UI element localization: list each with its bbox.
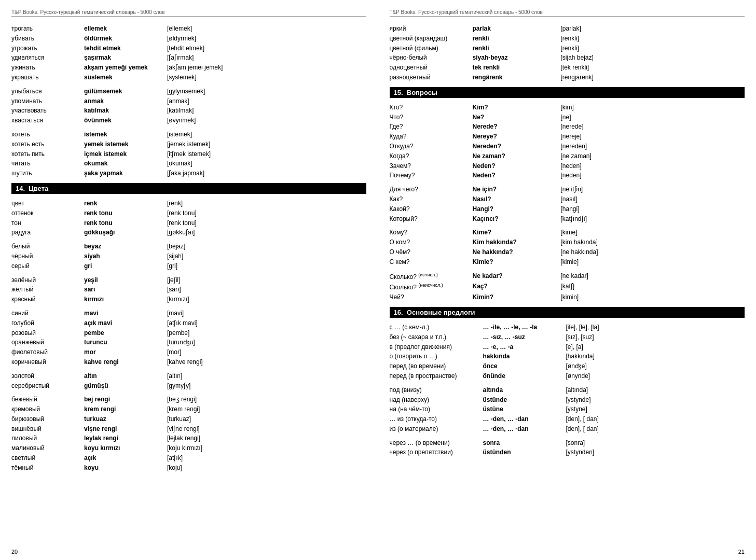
word-row: голубой açık mavi [atʃık mavi] bbox=[11, 319, 366, 328]
word-row: над (наверху) üstünde [ystynde] bbox=[390, 396, 745, 404]
word-row: хвастаться övünmek [øvynmek] bbox=[11, 116, 366, 125]
word-row: Что? Ne? [ne] bbox=[390, 113, 745, 122]
word-row: оранжевый turuncu [turunʤu] bbox=[11, 338, 366, 347]
word-row: Как? Nasıl? [nasıl] bbox=[390, 195, 745, 204]
word-row: лиловый leylak rengi [lejlak rengi] bbox=[11, 434, 366, 443]
word-row: через … (о времени) sonra [sonra] bbox=[390, 439, 745, 447]
word-row: тон renk tonu [renk tonu] bbox=[11, 219, 366, 228]
word-row: шутить şaka yapmak [ʃaka japmak] bbox=[11, 169, 366, 178]
word-row: Который? Kaçıncı? [katʃındʃı] bbox=[390, 215, 745, 223]
word-row: красный kırmızı [kırmızı] bbox=[11, 295, 366, 304]
word-row: … из (откуда-то) … -den, … -dan [den], [… bbox=[390, 415, 745, 424]
word-row: серый gri [gri] bbox=[11, 262, 366, 271]
word-row: цвет renk [renk] bbox=[11, 199, 366, 208]
colors-group-2: белый beyaz [bejaz] чёрный siyah [sijah]… bbox=[11, 242, 366, 270]
colors-right-top: яркий parlak [parlak] цветной (карандаш)… bbox=[390, 24, 745, 82]
word-row: ужинать akşam yemeği yemek [akʃam jemei … bbox=[11, 63, 366, 72]
word-row: трогать ellemek [ellemek] bbox=[11, 24, 366, 33]
word-row: Откуда? Nereden? [nereden] bbox=[390, 142, 745, 151]
word-row: белый beyaz [bejaz] bbox=[11, 242, 366, 251]
word-row: Зачем? Neden? [neden] bbox=[390, 162, 745, 171]
left-header: T&P Books. Русско-турецкий тематический … bbox=[11, 9, 366, 17]
word-row: тёмный koyu [koju] bbox=[11, 464, 366, 472]
word-row: одноцветный tek renkli [tek renkli] bbox=[390, 63, 745, 72]
word-row: Для чего? Ne için? [ne itʃin] bbox=[390, 185, 745, 194]
word-row: О ком? Kim hakkında? [kim hakında] bbox=[390, 238, 745, 247]
word-row: малиновый koyu kırmızı [koju kırmızı] bbox=[11, 444, 366, 453]
word-row: Когда? Ne zaman? [ne zaman] bbox=[390, 152, 745, 161]
verb-group-1: трогать ellemek [ellemek] убивать öldürm… bbox=[11, 24, 366, 82]
word-row: Кто? Kim? [kim] bbox=[390, 103, 745, 112]
word-row: фиолетовый mor [mor] bbox=[11, 348, 366, 357]
colors-group-6: бежевый bej rengi [beʒ rengi] кремовый k… bbox=[11, 395, 366, 472]
word-row: хотеть есть yemek istemek [jemek istemek… bbox=[11, 140, 366, 149]
verb-group-3: хотеть istemek [istemek] хотеть есть yem… bbox=[11, 130, 366, 178]
questions-group-4: Сколько? (исчисл.) Ne kadar? [ne kadar] … bbox=[390, 272, 745, 302]
word-row: бирюзовый turkuaz [turkuaz] bbox=[11, 415, 366, 424]
word-row: хотеть пить içmek istemek [itʃmek isteme… bbox=[11, 150, 366, 159]
word-row: перед (во времени) önce [ønʤe] bbox=[390, 362, 745, 371]
word-row: украшать süslemek [syslemek] bbox=[11, 73, 366, 82]
word-row: с … (с кем-л.) … -ile, … -le, … -la [ile… bbox=[390, 323, 745, 332]
word-row: Где? Nerede? [nerede] bbox=[390, 122, 745, 131]
word-row: на (на чём-то) üstüne [ystyne] bbox=[390, 405, 745, 414]
word-row: через (о препятствии) üstünden [ystynden… bbox=[390, 448, 745, 457]
word-row: вишнёвый vişne rengi [viʃne rengi] bbox=[11, 425, 366, 433]
right-page-number: 21 bbox=[738, 549, 745, 555]
word-row: Почему? Neden? [neden] bbox=[390, 171, 745, 180]
word-row: синий mavi [mavi] bbox=[11, 309, 366, 318]
word-row: коричневый kahve rengi [kahve rengi] bbox=[11, 358, 366, 367]
questions-group-3: Кому? Kime? [kime] О ком? Kim hakkında? … bbox=[390, 228, 745, 266]
word-row: Сколько? (исчисл.) Ne kadar? [ne kadar] bbox=[390, 272, 745, 282]
word-row: участвовать katılmak [katılmak] bbox=[11, 106, 366, 115]
word-row: Какой? Hangi? [hangi] bbox=[390, 205, 745, 214]
colors-group-5: золотой altın [altın] серебристый gümüşü… bbox=[11, 372, 366, 390]
colors-group-1: цвет renk [renk] оттенок renk tonu [renk… bbox=[11, 199, 366, 237]
prepositions-group-1: с … (с кем-л.) … -ile, … -le, … -la [ile… bbox=[390, 323, 745, 381]
word-row: чёрный siyah [sijah] bbox=[11, 252, 366, 261]
questions-group-2: Для чего? Ne için? [ne itʃin] Как? Nasıl… bbox=[390, 185, 745, 223]
word-row: зелёный yeşil [jeʃil] bbox=[11, 276, 366, 285]
word-row: кремовый krem rengi [krem rengi] bbox=[11, 405, 366, 414]
word-row: в (предлог движения) … -e, … -a [e], [a] bbox=[390, 343, 745, 352]
word-row: разноцветный rengârenk [rengjarenk] bbox=[390, 73, 745, 82]
word-row: под (внизу) altında [altında] bbox=[390, 386, 745, 395]
word-row: чёрно-белый siyah-beyaz [sijah bejaz] bbox=[390, 53, 745, 62]
word-row: золотой altın [altın] bbox=[11, 372, 366, 381]
word-row: из (о материале) … -den, … -dan [den], [… bbox=[390, 425, 745, 433]
word-row: улыбаться gülümsemek [gylymsemek] bbox=[11, 87, 366, 96]
word-row: Сколько? (неисчисл.) Kaç? [katʃ] bbox=[390, 282, 745, 292]
word-row: О чём? Ne hakkında? [ne hakkında] bbox=[390, 248, 745, 257]
word-row: о (говорить о …) hakkında [hakkında] bbox=[390, 352, 745, 361]
word-row: жёлтый sarı [sarı] bbox=[11, 285, 366, 294]
left-page-number: 20 bbox=[11, 549, 18, 555]
word-row: хотеть istemek [istemek] bbox=[11, 130, 366, 139]
colors-group-4: синий mavi [mavi] голубой açık mavi [atʃ… bbox=[11, 309, 366, 367]
word-row: читать okumak [okumak] bbox=[11, 159, 366, 168]
section15-header: 15. Вопросы bbox=[390, 87, 745, 98]
word-row: С кем? Kimle? [kimle] bbox=[390, 258, 745, 267]
word-row: светлый açık [atʃık] bbox=[11, 454, 366, 463]
prepositions-group-2: под (внизу) altında [altında] над (навер… bbox=[390, 386, 745, 433]
word-row: цветной (карандаш) renkli [renkli] bbox=[390, 34, 745, 43]
word-row: розовый pembe [pembe] bbox=[11, 329, 366, 338]
word-row: упоминать anmak [anmak] bbox=[11, 97, 366, 106]
word-row: перед (в пространстве) önünde [ønynde] bbox=[390, 372, 745, 381]
section16-header: 16. Основные предлоги bbox=[390, 307, 745, 318]
word-row: без (~ сахара и т.п.) … -sız, … -suz [sı… bbox=[390, 333, 745, 342]
word-row: Кому? Kime? [kime] bbox=[390, 228, 745, 237]
word-row: яркий parlak [parlak] bbox=[390, 24, 745, 33]
prepositions-group-3: через … (о времени) sonra [sonra] через … bbox=[390, 439, 745, 457]
verb-group-2: улыбаться gülümsemek [gylymsemek] упомин… bbox=[11, 87, 366, 125]
word-row: оттенок renk tonu [renk tonu] bbox=[11, 209, 366, 218]
right-page: T&P Books. Русско-турецкий тематический … bbox=[378, 0, 757, 560]
word-row: цветной (фильм) renkli [renkli] bbox=[390, 44, 745, 53]
left-page: T&P Books. Русско-турецкий тематический … bbox=[0, 0, 378, 560]
word-row: Куда? Nereye? [nereje] bbox=[390, 132, 745, 141]
word-row: Чей? Kimin? [kimin] bbox=[390, 293, 745, 302]
word-row: радуга gökkuşağı [gøkkuʃaı] bbox=[11, 228, 366, 237]
section14-header: 14. Цвета bbox=[11, 183, 366, 194]
word-row: убивать öldürmek [øldyrmek] bbox=[11, 34, 366, 43]
colors-group-3: зелёный yeşil [jeʃil] жёлтый sarı [sarı]… bbox=[11, 276, 366, 304]
right-header: T&P Books. Русско-турецкий тематический … bbox=[390, 9, 745, 17]
